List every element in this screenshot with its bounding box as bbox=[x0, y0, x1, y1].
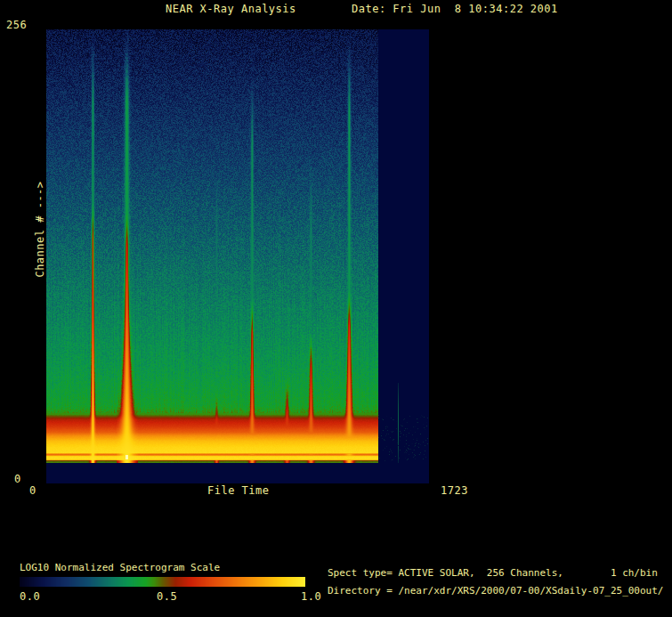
colorbar-gradient bbox=[20, 577, 305, 587]
page-title: NEAR X-Ray Analysis bbox=[166, 4, 296, 15]
colorbar-tick-mid: 0.5 bbox=[157, 591, 177, 603]
colorbar-label: LOG10 Normalized Spectrogram Scale bbox=[20, 562, 220, 573]
y-axis-label: Channel # ---> bbox=[35, 172, 46, 288]
datetime-label: Date: Fri Jun 8 10:34:22 2001 bbox=[352, 4, 558, 15]
x-axis-label: File Time bbox=[207, 485, 270, 497]
colorbar-tick-max: 1.0 bbox=[301, 591, 321, 603]
app-window: NEAR X-Ray Analysis Date: Fri Jun 8 10:3… bbox=[0, 0, 672, 617]
spectrogram-plot bbox=[46, 29, 429, 483]
directory-info: Directory = /near/xdr/XRS/2000/07-00/XSd… bbox=[328, 585, 664, 597]
x-axis-max-label: 1723 bbox=[441, 485, 468, 497]
spect-type-info: Spect type= ACTIVE SOLAR, 256 Channels, … bbox=[328, 567, 658, 579]
colorbar-tick-min: 0.0 bbox=[20, 591, 40, 603]
x-axis-min-label: 0 bbox=[29, 485, 36, 497]
y-axis-min-label: 0 bbox=[14, 474, 21, 485]
y-axis-max-label: 256 bbox=[6, 20, 27, 31]
